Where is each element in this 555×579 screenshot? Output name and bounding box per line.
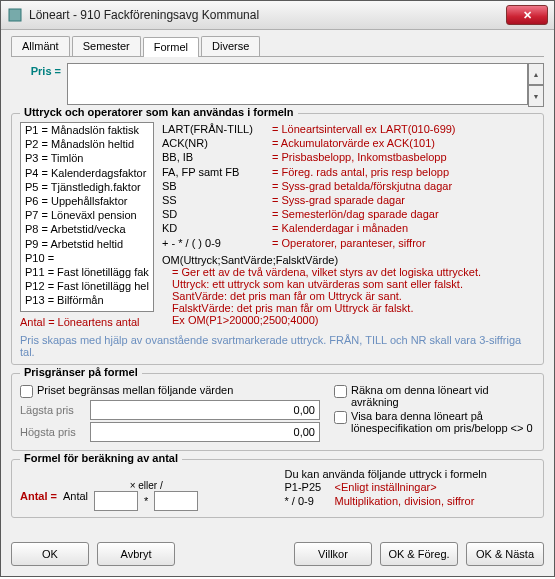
antal-note: Antal = Löneartens antal [20,316,154,328]
x-eller-label: × eller / [130,480,163,491]
checkbox-show-only[interactable] [334,411,347,424]
multiply-icon: * [144,495,148,507]
list-item[interactable]: P9 = Arbetstid heltid [21,237,153,251]
pris-input[interactable] [67,63,528,105]
spin-up-button[interactable]: ▲ [528,63,544,85]
tab-diverse[interactable]: Diverse [201,36,260,56]
ok-button[interactable]: OK [11,542,89,566]
lowest-price-label: Lägsta pris [20,404,90,416]
list-item[interactable]: P13 = Bilförmån [21,293,153,307]
list-item[interactable]: P6 = Uppehållsfaktor [21,194,153,208]
list-item[interactable]: P10 = [21,251,153,265]
app-icon [7,7,23,23]
tab-semester[interactable]: Semester [72,36,141,56]
list-item[interactable]: P1 = Månadslön faktisk [21,123,153,137]
checkbox-recalc-label: Räkna om denna löneart vid avräkning [351,384,535,408]
spin-down-button[interactable]: ▼ [528,85,544,107]
list-item[interactable]: P2 = Månadslön heltid [21,137,153,151]
close-button[interactable]: ✕ [506,5,548,25]
cancel-button[interactable]: Avbryt [97,542,175,566]
list-item[interactable]: P12 = Fast lönetillägg hel [21,279,153,293]
window-title: Löneart - 910 Fackföreningsavg Kommunal [29,8,506,22]
ok-next-button[interactable]: OK & Nästa [466,542,544,566]
variables-listbox[interactable]: P1 = Månadslön faktisk P2 = Månadslön he… [20,122,154,312]
tab-formel[interactable]: Formel [143,37,199,57]
highest-price-label: Högsta pris [20,426,90,438]
antal-right-intro: Du kan använda följande uttryck i formel… [285,468,536,480]
villkor-button[interactable]: Villkor [294,542,372,566]
tab-strip: Allmänt Semester Formel Diverse [11,36,544,57]
limits-group: Prisgränser på formel Priset begränsas m… [11,373,544,451]
antal-group-title: Formel för beräkning av antal [20,452,182,464]
checkbox-show-only-label: Visa bara denna löneart på lönespecifika… [351,410,535,434]
list-item[interactable]: P8 = Arbetstid/vecka [21,222,153,236]
close-icon: ✕ [523,9,532,22]
pris-label: Pris = [11,63,67,77]
expressions-hint: Pris skapas med hjälp av ovanstående sva… [20,334,535,358]
om-header: OM(Uttryck;SantVärde;FalsktVärde) [162,254,535,266]
antal-group: Formel för beräkning av antal Antal = An… [11,459,544,518]
checkbox-recalc[interactable] [334,385,347,398]
checkbox-limit-between[interactable] [20,385,33,398]
ok-prev-button[interactable]: OK & Föreg. [380,542,458,566]
tab-allmant[interactable]: Allmänt [11,36,70,56]
checkbox-limit-between-label: Priset begränsas mellan följande värden [37,384,233,396]
antal-equals-label: Antal = [20,490,57,502]
antal-word: Antal [63,490,88,502]
lowest-price-input[interactable] [90,400,320,420]
limits-group-title: Prisgränser på formel [20,366,142,378]
svg-rect-0 [9,9,21,21]
pris-spinner: ▲ ▼ [528,63,544,107]
antal-factor-1-input[interactable] [94,491,138,511]
pris-row: Pris = ▲ ▼ [11,63,544,107]
window: Löneart - 910 Fackföreningsavg Kommunal … [0,0,555,577]
button-bar: OK Avbryt Villkor OK & Föreg. OK & Nästa [1,536,554,576]
list-item[interactable]: P4 = Kalenderdagsfaktor [21,166,153,180]
highest-price-input[interactable] [90,422,320,442]
expressions-group: Uttryck och operatorer som kan användas … [11,113,544,365]
operators-col: LART(FRÅN-TILL)= Löneartsintervall ex LA… [162,122,535,328]
list-item[interactable]: P7 = Löneväxl pension [21,208,153,222]
list-item[interactable]: P3 = Timlön [21,151,153,165]
expressions-group-title: Uttryck och operatorer som kan användas … [20,106,298,118]
titlebar: Löneart - 910 Fackföreningsavg Kommunal … [1,1,554,30]
left-col: P1 = Månadslön faktisk P2 = Månadslön he… [20,122,154,328]
antal-factor-2-input[interactable] [154,491,198,511]
list-item[interactable]: P11 = Fast lönetillägg fak [21,265,153,279]
list-item[interactable]: P5 = Tjänstledigh.faktor [21,180,153,194]
